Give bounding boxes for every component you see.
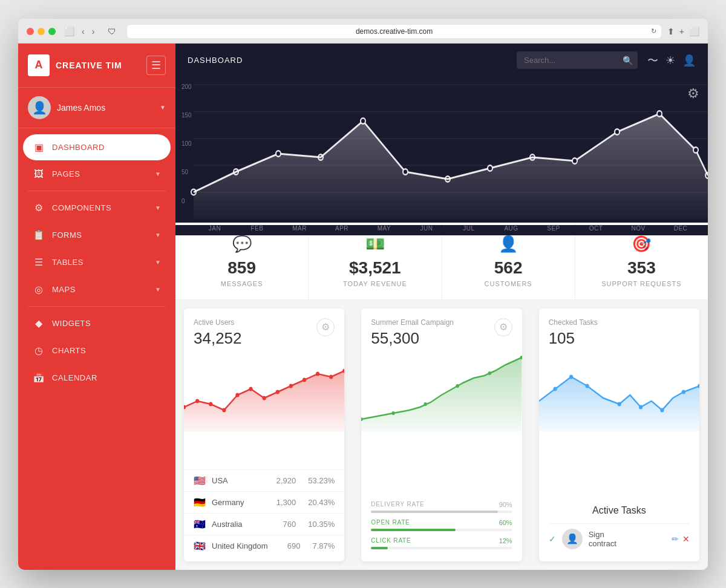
topbar-icons: 〜 ☀ 👤 — [647, 53, 696, 68]
svg-point-36 — [488, 371, 491, 375]
svg-point-14 — [572, 158, 577, 164]
user-avatar: 👤 — [28, 96, 51, 119]
svg-point-26 — [276, 390, 280, 394]
sidebar-item-components[interactable]: ⚙ COMPONENTS ▼ — [23, 195, 171, 221]
y-axis: 200 150 100 50 0 — [182, 83, 192, 204]
x-label-dec: DEC — [659, 225, 702, 232]
activity-icon[interactable]: 〜 — [647, 53, 658, 68]
svg-point-28 — [302, 377, 306, 382]
chart-settings-icon[interactable]: ⚙ — [687, 86, 699, 102]
url-input[interactable] — [127, 25, 661, 38]
delivery-rate-bar — [371, 511, 512, 513]
url-bar: 🔒 ↻ — [127, 25, 661, 38]
share-icon[interactable]: ⬆ — [667, 27, 675, 36]
delivery-rate-header: DELIVERY RATE 90% — [371, 501, 512, 508]
browser-chrome: ⬜ ‹ › 🛡 🔒 ↻ ⬆ + ⬜ — [18, 19, 708, 44]
sidebar-item-calendar[interactable]: 📅 CALENDAR — [23, 365, 171, 391]
svg-point-35 — [456, 384, 459, 388]
active-tasks-title: Active Tasks — [549, 505, 690, 516]
refresh-icon[interactable]: ↻ — [651, 27, 656, 35]
svg-point-21 — [209, 402, 212, 406]
sidebar-item-pages[interactable]: 🖼 PAGES ▼ — [23, 162, 171, 187]
active-users-settings-btn[interactable]: ⚙ — [316, 318, 335, 336]
sidebar-toggle-btn[interactable]: ☰ — [146, 56, 166, 75]
svg-point-41 — [617, 402, 621, 406]
delivery-rate-fill — [371, 511, 498, 513]
svg-point-42 — [639, 405, 643, 409]
count-germany: 1,300 — [276, 498, 296, 507]
y-label-150: 150 — [182, 112, 192, 119]
windows-icon[interactable]: ⬜ — [689, 27, 699, 36]
email-settings-btn[interactable]: ⚙ — [494, 318, 512, 336]
forms-chevron-icon: ▼ — [155, 232, 161, 238]
customers-icon: 👤 — [499, 235, 518, 253]
sidebar-maps-label: MAPS — [52, 285, 148, 294]
sidebar-brand-label: CREATIVE TIM — [56, 60, 140, 70]
dot-green[interactable] — [48, 28, 56, 35]
email-campaign-value: 55,300 — [371, 329, 494, 348]
dot-yellow[interactable] — [38, 28, 45, 35]
sidebar-item-label: DASHBOARD — [52, 143, 161, 152]
pages-chevron-icon: ▼ — [155, 171, 161, 177]
delivery-rate-label: DELIVERY RATE — [371, 501, 424, 508]
user-section[interactable]: 👤 James Amos ▼ — [18, 88, 175, 128]
sidebar-item-forms[interactable]: 📋 FORMS ▼ — [23, 222, 171, 248]
browser-forward-btn[interactable]: › — [90, 25, 97, 38]
revenue-icon: 💵 — [365, 235, 385, 253]
revenue-label: TODAY REVENUE — [343, 280, 407, 287]
maps-icon: ◎ — [33, 284, 45, 295]
browser-sidebar-btn[interactable]: ⬜ — [62, 25, 77, 38]
support-icon: 🎯 — [632, 235, 651, 253]
sidebar-item-widgets[interactable]: ◆ WIDGETS — [23, 310, 171, 336]
svg-point-22 — [222, 408, 226, 412]
pct-uk: 7.87% — [312, 541, 335, 550]
x-label-may: MAY — [363, 225, 405, 232]
x-label-apr: APR — [321, 225, 363, 232]
click-rate-bar — [371, 547, 512, 549]
user-account-icon[interactable]: 👤 — [682, 54, 696, 67]
messages-value: 859 — [227, 258, 256, 278]
sidebar-item-maps[interactable]: ◎ MAPS ▼ — [23, 276, 171, 302]
sidebar-item-dashboard[interactable]: ▣ DASHBOARD — [23, 134, 171, 160]
calendar-icon: 📅 — [33, 372, 45, 384]
email-campaign-card: Summer Email Campaign 55,300 ⚙ — [361, 309, 522, 561]
country-australia: Australia — [212, 520, 277, 529]
sidebar-logo: A — [28, 54, 50, 76]
nav-separator-2 — [28, 306, 166, 307]
svg-point-12 — [488, 165, 492, 171]
y-label-200: 200 — [182, 83, 192, 90]
sidebar-item-tables[interactable]: ☰ TABLES ▼ — [23, 249, 171, 275]
svg-point-44 — [681, 390, 685, 394]
search-icon[interactable]: 🔍 — [623, 56, 633, 65]
tasks-chart — [539, 353, 699, 498]
nav-section: ▣ DASHBOARD 🖼 PAGES ▼ ⚙ COMPONENTS ▼ 📋 F… — [18, 128, 175, 397]
email-campaign-info: Summer Email Campaign 55,300 — [371, 318, 494, 348]
chart-x-axis: JAN FEB MAR APR MAY JUN JUL AUG SEP OCT … — [175, 225, 708, 235]
y-label-0: 0 — [182, 198, 192, 204]
active-users-info: Active Users 34,252 — [194, 318, 316, 348]
task-delete-btn[interactable]: ✕ — [682, 534, 690, 544]
svg-point-34 — [424, 402, 427, 406]
click-rate-header: CLICK RATE 12% — [371, 537, 512, 544]
theme-icon[interactable]: ☀ — [666, 54, 675, 67]
sidebar-calendar-label: CALENDAR — [52, 373, 161, 382]
dashboard-icon: ▣ — [33, 142, 45, 153]
dot-red[interactable] — [27, 28, 34, 35]
click-rate-row: CLICK RATE 12% — [371, 537, 512, 549]
active-users-subtitle: Active Users — [194, 318, 316, 327]
email-campaign-subtitle: Summer Email Campaign — [371, 318, 494, 327]
checked-tasks-header: Checked Tasks 105 — [539, 309, 699, 353]
email-campaign-header: Summer Email Campaign 55,300 ⚙ — [361, 309, 522, 353]
browser-shield-icon: 🛡 — [103, 27, 121, 36]
checked-tasks-card: Checked Tasks 105 — [539, 309, 699, 561]
flag-australia: 🇦🇺 — [194, 518, 206, 530]
new-tab-icon[interactable]: + — [679, 27, 684, 36]
active-users-chart — [184, 353, 344, 465]
search-input[interactable] — [517, 51, 638, 69]
browser-back-btn[interactable]: ‹ — [79, 25, 87, 38]
sidebar-item-charts[interactable]: ◷ CHARTS — [23, 338, 171, 364]
x-label-aug: AUG — [490, 225, 532, 232]
page-title: DASHBOARD — [188, 56, 507, 65]
task-edit-btn[interactable]: ✏ — [672, 534, 679, 544]
table-row: 🇺🇸 USA 2,920 53.23% — [184, 469, 344, 491]
